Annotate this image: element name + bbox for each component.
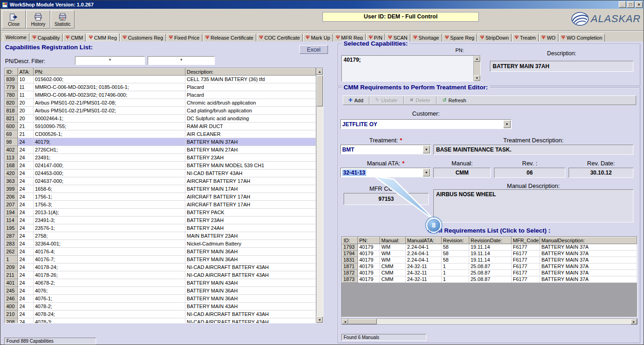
tab-wo-completion[interactable]: ΨWO Completion [559,34,605,42]
vertical-scrollbar[interactable]: ▲ ▼ [316,68,323,323]
table-row[interactable]: 4012440678-2;BATTERY MAIN 43AH [5,279,316,287]
table-cell: 24 [18,177,34,185]
scroll-up-icon[interactable]: ▲ [316,68,323,75]
customer-dropdown[interactable]: JETFLITE OY ▼ [340,119,512,129]
dropdown-arrow-icon[interactable]: ▼ [423,146,430,153]
table-row[interactable]: 207241756-3;AIRCRAFT BATTERY 17AH [5,201,316,209]
table-row[interactable]: 187240179CMM24-32-11125.08.87F6177BATTER… [342,270,637,276]
table-row[interactable]: 400244078-2;BATTERY MAIN 43AH [5,303,316,310]
scrollbar-thumb[interactable] [316,75,323,106]
column-header[interactable]: ID: [5,69,18,76]
add-button[interactable]: ✚ Add [345,96,367,104]
table-row[interactable]: 36324024637-000;AIRCRAFT BATTERY 17AH [5,177,316,185]
descr-filter-input[interactable] [148,56,215,65]
column-header[interactable]: MFR_Code: [512,237,540,244]
table-row[interactable]: 982440179;BATTERY MAIN 37AH [5,138,316,146]
delete-button[interactable]: ✖ Delete [407,96,434,104]
table-row[interactable]: 42024024453-000;NI-CAD BATTERY 43AH [5,170,316,177]
table-row[interactable]: 246244076-1;BATTERY MAIN 36AH [5,295,316,303]
history-button[interactable]: History [26,10,50,29]
table-cell: 024147-000; [34,162,185,170]
table-row[interactable]: 8212090002464-1;DC Sulpfuric acid anodiz… [5,115,316,123]
table-cell: 24 [18,279,34,287]
horizontal-scrollbar[interactable]: ◄ ► [341,318,638,325]
column-header[interactable]: Revision: [442,237,469,244]
table-row[interactable]: 2832432364-001;Nickel-Cadmium Battery [5,240,316,248]
update-button[interactable]: ✎ Update [372,96,401,104]
close-window-icon[interactable]: × [635,1,643,8]
scroll-right-icon[interactable]: ► [631,319,637,324]
column-header[interactable]: PN: [358,237,380,244]
table-row[interactable]: 83910015602-000;CELL 735 MAIN BATTERY (3… [5,76,316,83]
tab-release-certificate[interactable]: ΨRelease Certificate [203,34,256,42]
scroll-down-icon[interactable]: ▼ [316,316,323,323]
table-row[interactable]: 2112440178-26;NI-CAD AIRCRAFT BATTERY 43… [5,271,316,279]
table-row[interactable]: 77911MMRO-C-006-MD-0023/01; 0185-0016-1;… [5,83,316,91]
table-row[interactable]: 600215910090-755;RAM AIR DUCT [5,123,316,130]
column-header[interactable]: ID: [342,237,358,244]
column-header[interactable]: Description: [185,69,316,76]
tab-shortage[interactable]: ΨShortage [411,34,442,42]
tab-spare-reg[interactable]: ΨSpare Reg [443,34,477,42]
table-row[interactable]: 187140179CMM24-32-11125.08.87F6177BATTER… [342,263,637,270]
table-row[interactable]: 1952423576-1;BATTERY 24AH [5,224,316,232]
tab-capability[interactable]: ΨCapability [30,34,63,42]
table-row[interactable]: 287242758;MAIN BATTERY 23AH [5,232,316,240]
treatment-dropdown[interactable]: BMT ▼ [340,145,431,154]
scrollbar-thumb[interactable] [348,319,377,324]
pn-filter-input[interactable] [75,56,145,65]
table-row[interactable]: 78011MMRO-C-006-MD-0023/02; 017496-000;P… [5,91,316,99]
table-row[interactable]: 183140179WM2.24-04-15819.11.14F6177BATTE… [342,257,637,263]
column-header[interactable]: ManualATA: [406,237,442,244]
table-row[interactable]: 194242013-1(A);BATTERY PACK [5,209,316,216]
tab-mark-up[interactable]: ΨMark Up [303,34,333,42]
column-header[interactable]: PN: [34,69,185,76]
tab-cmm[interactable]: ΨCMM [63,34,86,42]
table-row[interactable]: 82020Airbus PMS01-02-21/PMS01-02-08;Chro… [5,99,316,107]
tab-customers-reg[interactable]: ΨCustomers Reg [120,34,166,42]
table-row[interactable]: 2092440178-24;NI-CAD AIRCRAFT BATTERY 43… [5,263,316,271]
table-row[interactable]: 1142423491-3;BATTERY 23AH [5,216,316,224]
table-row[interactable]: 206241756-1;AIRCRAFT BATTERY 17AH [5,193,316,201]
minimize-icon[interactable]: _ [619,1,626,8]
column-header[interactable]: ATA: [18,69,34,76]
pn-scroll-down-icon[interactable]: ▼ [474,75,480,81]
table-row[interactable]: 6921CD00526-1;AIR CLEANER [5,130,316,138]
scroll-left-icon[interactable]: ◄ [342,319,348,324]
pn-scrollbar[interactable]: ▲ ▼ [473,56,480,81]
table-row[interactable]: 16824024147-000;BATTERY MAIN MODEL 539 C… [5,162,316,170]
table-row[interactable]: 245244076;BATTERY MAIN 36AH [5,287,316,295]
column-header[interactable]: Manual: [380,237,406,244]
table-row[interactable]: 399241658-6;BATTERY MAIN 17AH [5,185,316,193]
manual-ata-dropdown[interactable]: 32-41-13 ▼ [340,168,431,177]
tab-stripdown[interactable]: ΨStripDown [477,34,512,42]
row-header-cell: 820 [5,99,18,107]
tab-coc-certificate[interactable]: ΨCOC Certificate [257,34,303,42]
table-row[interactable]: 12440176-7;BATTERY MAIN 36AH [5,256,316,263]
maximize-icon[interactable]: □ [627,1,634,8]
table-row[interactable]: 81820Airbus PMS01-02-21/PMS01-02-02;Cad … [5,107,316,115]
pn-scroll-up-icon[interactable]: ▲ [474,56,480,62]
tab-welcome[interactable]: Welcome [3,33,29,41]
pn-value-box[interactable]: 40179; ▲ ▼ [341,55,481,82]
refresh-button[interactable]: ↺ Refresh [439,96,470,104]
table-row[interactable]: 402242726CH1;BATTERY MAIN 27AH [5,146,316,154]
table-row[interactable]: 210244078-24;NI-CAD AIRCRAFT BATTERY 43A… [5,310,316,318]
tab-fixed-price[interactable]: ΨFixed Price [167,34,202,42]
dropdown-arrow-icon[interactable]: ▼ [503,120,511,128]
column-header[interactable]: RevisionDate: [469,237,512,244]
table-row[interactable]: 2622440176-4;BATTERY MAIN 36AH [5,248,316,256]
tab-treatm[interactable]: ΨTreatm [512,34,539,42]
excel-button[interactable]: Excel [299,45,328,54]
statistic-button[interactable]: Statistic [51,10,75,29]
tab-wo[interactable]: ΨWO [539,34,558,42]
table-row[interactable]: 208244078-3;NI-CAD AIRCRAFT BATTERY 43AH [5,318,316,324]
tab-cmm-reg[interactable]: ΨCMM Reg [86,33,120,42]
table-row[interactable]: 179340179WM2.24-04-15819.11.14F6177BATTE… [342,244,637,251]
close-button[interactable]: Close [2,10,26,29]
column-header[interactable]: ManualDescription: [540,237,637,244]
table-row[interactable]: 1132423491;BATTERY 23AH [5,154,316,162]
table-row[interactable]: 187340179CMM24-32-11125.08.87F6177BATTER… [342,276,637,283]
dropdown-arrow-icon[interactable]: ▼ [423,169,430,176]
table-row[interactable]: 179440179WM2.24-04-15819.11.14F6177BATTE… [342,251,637,257]
